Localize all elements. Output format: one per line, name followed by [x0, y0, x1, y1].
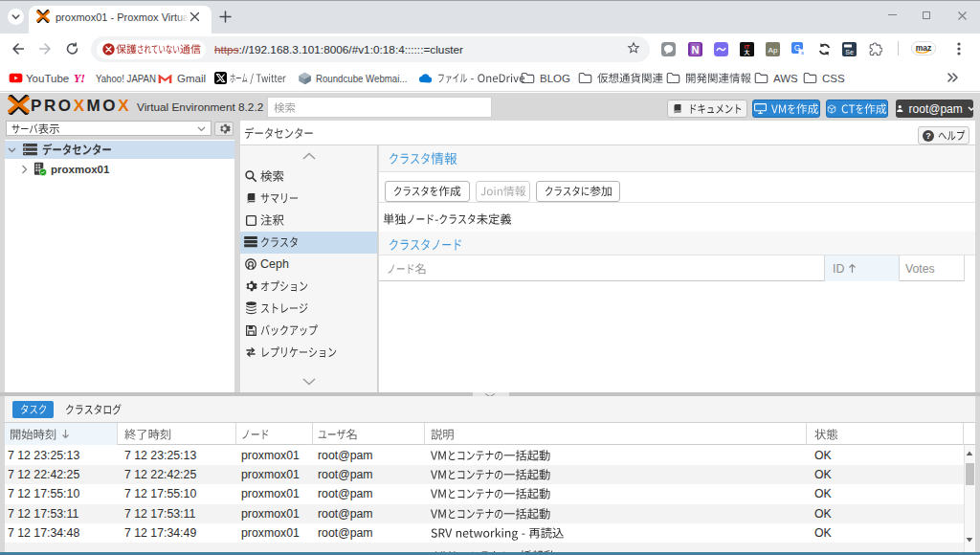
- svg-text:IT: IT: [745, 44, 750, 50]
- svg-text:a: a: [801, 50, 804, 56]
- svg-text:?: ?: [925, 131, 931, 141]
- svg-text:Y!: Y!: [74, 72, 85, 84]
- svg-text:N: N: [692, 44, 700, 56]
- svg-text:Se: Se: [845, 49, 854, 56]
- svg-text:Ap: Ap: [768, 46, 778, 55]
- svg-text:大: 大: [744, 49, 750, 56]
